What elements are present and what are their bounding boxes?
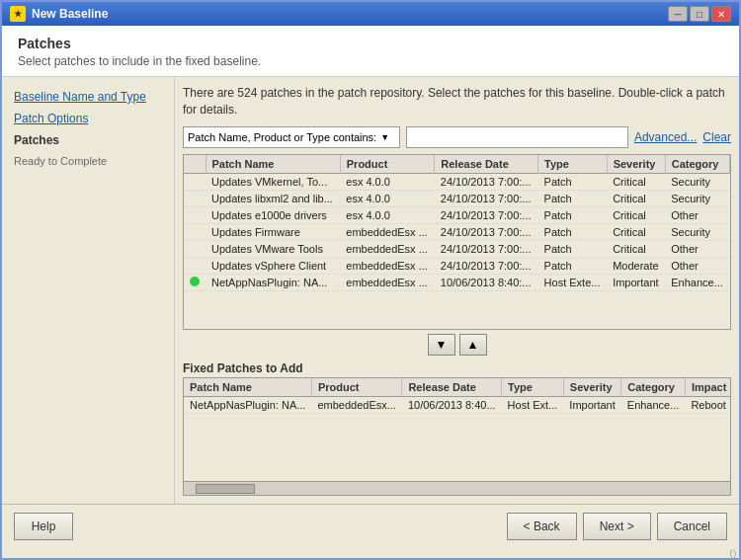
help-button[interactable]: Help [14,513,73,540]
restore-button[interactable]: □ [690,6,709,22]
row-date: 24/10/2013 7:00:... [435,257,538,274]
row-product: esx 4.0.0 [340,206,435,223]
header-section: Patches Select patches to include in the… [2,26,739,77]
row-patch-name: Updates e1000e drivers [206,206,340,223]
clear-link[interactable]: Clear [702,130,731,144]
col-dot [184,155,206,174]
row-category: Other [665,206,729,223]
row-type: Patch [538,240,608,257]
lower-col-category[interactable]: Category [621,378,686,397]
col-type[interactable]: Type [538,155,608,174]
row-severity: Moderate [607,257,665,274]
sidebar-item-ready: Ready to Complete [10,152,166,170]
row-severity: Critical [607,190,665,206]
row-date: 24/10/2013 7:00:... [435,206,538,223]
cancel-button[interactable]: Cancel [657,513,727,540]
list-item[interactable]: NetAppNasPlugin: NA... embeddedEsx... 10… [184,397,730,414]
titlebar-left: ★ New Baseline [10,6,108,22]
lower-row-product: embeddedEsx... [311,397,402,414]
lower-row-name: NetAppNasPlugin: NA... [184,397,311,414]
lower-row-category: Enhance... [621,397,686,414]
row-patch-name: Updates Firmware [206,223,340,240]
window-icon: ★ [10,6,26,22]
move-up-button[interactable]: ▲ [459,334,487,356]
row-severity: Important [607,274,665,290]
col-severity[interactable]: Severity [607,155,665,174]
table-row[interactable]: Updates Firmware embeddedEsx ... 24/10/2… [184,223,730,240]
row-type: Host Exte... [538,274,608,290]
content-area: Baseline Name and Type Patch Options Pat… [2,77,739,504]
patches-table-scroll[interactable]: Patch Name Product Release Date Type Sev… [184,155,730,329]
patches-table: Patch Name Product Release Date Type Sev… [184,155,730,291]
filter-type-dropdown[interactable]: Patch Name, Product or Type contains: ▼ [183,126,400,148]
row-product: embeddedEsx ... [340,223,435,240]
row-type: Patch [538,173,608,190]
row-product: embeddedEsx ... [340,274,435,290]
fixed-patches-table: Patch Name Product Release Date Type Sev… [184,378,730,414]
table-row[interactable]: Updates VMware Tools embeddedEsx ... 24/… [184,240,730,257]
row-dot [184,190,206,206]
row-dot [184,257,206,274]
col-release-date[interactable]: Release Date [435,155,538,174]
row-category: Security [665,223,729,240]
row-patch-name: NetAppNasPlugin: NA... [206,274,340,290]
row-category: Other [665,257,729,274]
move-down-button[interactable]: ▼ [428,334,455,356]
row-dot [184,173,206,190]
table-row[interactable]: Updates libxml2 and lib... esx 4.0.0 24/… [184,190,730,206]
sidebar: Baseline Name and Type Patch Options Pat… [2,77,175,504]
row-category: Security [665,190,729,206]
main-window: ★ New Baseline ─ □ ✕ Patches Select patc… [0,0,741,560]
horizontal-scrollbar[interactable] [184,481,730,495]
row-severity: Critical [607,240,665,257]
lower-row-date: 10/06/2013 8:40... [402,397,502,414]
sidebar-item-patch-options[interactable]: Patch Options [10,109,166,128]
fixed-patches-label: Fixed Patches to Add [183,360,731,377]
filter-row: Patch Name, Product or Type contains: ▼ … [183,126,731,148]
row-date: 10/06/2013 8:40:... [435,274,538,290]
row-product: embeddedEsx ... [340,240,435,257]
sidebar-item-baseline-name[interactable]: Baseline Name and Type [10,87,166,107]
row-product: esx 4.0.0 [340,190,435,206]
row-patch-name: Updates libxml2 and lib... [206,190,340,206]
table-row[interactable]: Updates VMkernel, To... esx 4.0.0 24/10/… [184,173,730,190]
sidebar-item-patches[interactable]: Patches [10,130,166,150]
close-button[interactable]: ✕ [711,6,731,22]
row-date: 24/10/2013 7:00:... [435,173,538,190]
lower-col-impact[interactable]: Impact [685,378,730,397]
row-type: Patch [538,190,608,206]
lower-col-release-date[interactable]: Release Date [402,378,502,397]
resize-corner[interactable]: ⟨⟩ [2,548,739,558]
hscroll-thumb[interactable] [196,484,255,494]
row-date: 24/10/2013 7:00:... [435,223,538,240]
arrows-row: ▼ ▲ [183,330,731,360]
info-text: There are 524 patches in the patch repos… [183,85,731,119]
lower-col-type[interactable]: Type [502,378,564,397]
fixed-patches-scroll[interactable]: Patch Name Product Release Date Type Sev… [184,378,730,481]
advanced-link[interactable]: Advanced... [634,130,697,144]
col-product[interactable]: Product [340,155,435,174]
page-subtitle: Select patches to include in the fixed b… [18,54,723,68]
window-title: New Baseline [32,7,108,21]
row-date: 24/10/2013 7:00:... [435,240,538,257]
fixed-patches-table-container: Patch Name Product Release Date Type Sev… [183,377,731,496]
col-category[interactable]: Category [665,155,729,174]
row-date: 24/10/2013 7:00:... [435,190,538,206]
filter-dropdown-label: Patch Name, Product or Type contains: [188,131,376,143]
table-row[interactable]: NetAppNasPlugin: NA... embeddedEsx ... 1… [184,274,730,290]
minimize-button[interactable]: ─ [668,6,688,22]
titlebar: ★ New Baseline ─ □ ✕ [2,2,739,26]
filter-input[interactable] [406,126,628,148]
col-patch-name[interactable]: Patch Name [206,155,340,174]
next-button[interactable]: Next > [583,513,651,540]
row-product: esx 4.0.0 [340,173,435,190]
table-row[interactable]: Updates e1000e drivers esx 4.0.0 24/10/2… [184,206,730,223]
lower-col-patch-name[interactable]: Patch Name [184,378,311,397]
row-dot [184,240,206,257]
back-button[interactable]: < Back [507,513,577,540]
lower-col-severity[interactable]: Severity [563,378,620,397]
table-row[interactable]: Updates vSphere Client embeddedEsx ... 2… [184,257,730,274]
row-patch-name: Updates VMware Tools [206,240,340,257]
lower-col-product[interactable]: Product [311,378,402,397]
lower-row-impact: Reboot [685,397,730,414]
